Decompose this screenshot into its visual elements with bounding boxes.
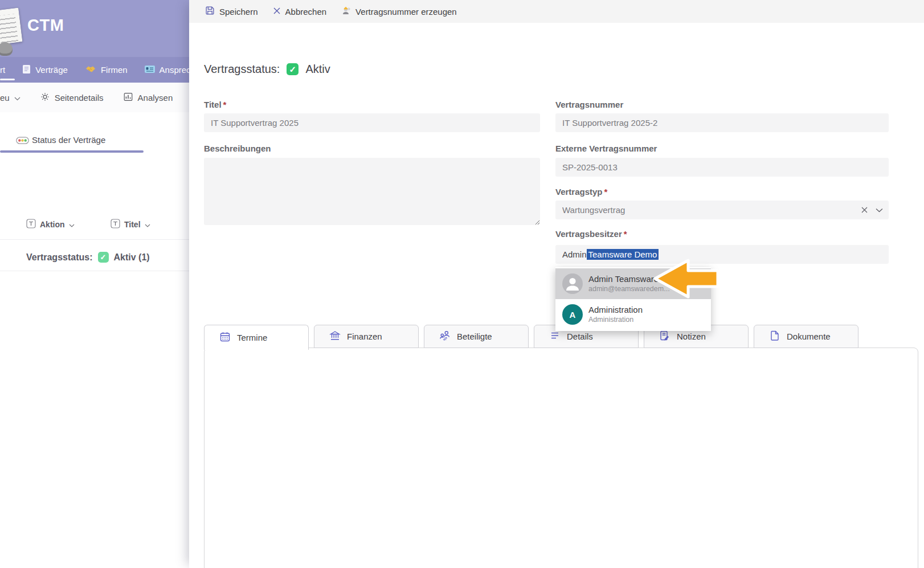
vertragsnummer-input[interactable] xyxy=(555,113,889,132)
nav-tab-ansprechpartner[interactable]: Ansprech xyxy=(145,65,189,75)
chevron-down-icon xyxy=(145,220,150,229)
divider xyxy=(0,239,189,240)
titel-input[interactable] xyxy=(204,113,540,132)
field-label-beschreibungen: Beschreibungen xyxy=(204,144,271,153)
generate-contract-number-button[interactable]: Vertragsnummer erzeugen xyxy=(341,6,457,17)
field-label-externe-vertragsnummer: Externe Vertragsnummer xyxy=(555,144,657,153)
chevron-down-icon xyxy=(14,93,21,103)
chevron-down-icon xyxy=(69,220,75,229)
vertragstyp-input[interactable] xyxy=(555,201,859,219)
app-title: CTM xyxy=(27,16,64,35)
form-toolbar: Speichern Abbrechen Vertragsnummer erzeu… xyxy=(189,0,924,23)
traffic-light-icon xyxy=(16,136,29,146)
selected-text: Teamsware Demo xyxy=(587,249,659,260)
worker-icon xyxy=(341,6,351,17)
app-logo xyxy=(0,8,22,45)
save-icon xyxy=(205,6,215,17)
tab-dokumente[interactable]: Dokumente xyxy=(754,325,858,348)
divider xyxy=(0,271,189,271)
tab-beteiligte[interactable]: Beteiligte xyxy=(424,325,529,348)
analyses-button[interactable]: Analysen xyxy=(123,92,173,104)
people-suggestion-administration[interactable]: A Administration Administration xyxy=(555,299,711,330)
titel-field xyxy=(204,113,540,132)
chart-section-tab[interactable]: Status der Verträge xyxy=(32,135,105,145)
cancel-button[interactable]: Abbrechen xyxy=(273,7,327,17)
status-check-icon: ✓ xyxy=(98,252,109,263)
field-label-vertragsnummer: Vertragsnummer xyxy=(555,100,623,109)
text-type-icon xyxy=(111,219,120,230)
lines-icon xyxy=(549,330,561,343)
clear-icon[interactable] xyxy=(859,207,873,213)
people-icon xyxy=(439,330,451,343)
contract-status-headline: Vertragsstatus: ✓ Aktiv xyxy=(204,63,330,76)
pen-image xyxy=(0,42,13,56)
externe-vertragsnummer-input[interactable] xyxy=(555,158,889,177)
app-header: CTM xyxy=(0,0,189,57)
bar-chart-icon xyxy=(123,92,133,104)
nav-tab-start[interactable]: rt xyxy=(0,65,5,75)
page-details-button[interactable]: Seitendetails xyxy=(40,92,104,104)
annotation-arrow xyxy=(653,258,720,302)
vertragstyp-combobox xyxy=(555,201,889,219)
gear-icon xyxy=(40,92,50,104)
column-header-titel[interactable]: Titel xyxy=(111,219,150,230)
calendar-icon xyxy=(219,331,231,344)
save-button[interactable]: Speichern xyxy=(205,6,258,17)
document-icon xyxy=(22,64,31,76)
tab-termine[interactable]: Termine xyxy=(204,325,309,350)
contact-card-icon xyxy=(145,65,155,75)
sidebar-command-bar: eu Seitendetails Analysen xyxy=(0,83,189,112)
handshake-icon xyxy=(85,65,96,75)
text-type-icon xyxy=(26,219,36,230)
sidebar: CTM rt Verträge Firmen Ansprech eu xyxy=(0,0,189,568)
nav-tab-vertraege[interactable]: Verträge xyxy=(22,64,68,76)
vertragsbesitzer-picker-input[interactable]: Admin Teamsware Demo xyxy=(555,245,889,264)
bank-icon xyxy=(329,330,341,343)
nav-tab-firmen[interactable]: Firmen xyxy=(85,65,128,75)
beschreibungen-textarea[interactable] xyxy=(204,158,540,225)
avatar-letter: A xyxy=(562,304,583,325)
active-tab-underline xyxy=(0,79,15,80)
chart-tab-underline xyxy=(0,150,144,153)
chevron-down-icon[interactable] xyxy=(873,208,889,213)
document-icon xyxy=(769,330,780,343)
field-label-vertragsbesitzer: Vertragsbesitzer* xyxy=(555,229,627,239)
field-label-titel: Titel* xyxy=(204,100,226,109)
sidebar-status-row[interactable]: Vertragsstatus: ✓ Aktiv (1) xyxy=(26,252,150,263)
app-screen: CTM rt Verträge Firmen Ansprech eu xyxy=(0,0,924,568)
tab-finanzen[interactable]: Finanzen xyxy=(314,325,419,348)
column-header-aktion[interactable]: Aktion xyxy=(26,219,75,230)
note-icon xyxy=(659,330,670,343)
externe-vertragsnummer-field xyxy=(555,158,889,177)
sidebar-nav: rt Verträge Firmen Ansprech xyxy=(0,57,189,83)
tab-content-pane xyxy=(204,348,918,568)
status-check-icon: ✓ xyxy=(287,63,299,75)
vertragsnummer-field xyxy=(555,113,889,132)
new-button[interactable]: eu xyxy=(0,93,21,103)
close-icon xyxy=(273,7,281,17)
field-label-vertragstyp: Vertragstyp* xyxy=(555,187,607,197)
person-icon xyxy=(562,273,583,294)
